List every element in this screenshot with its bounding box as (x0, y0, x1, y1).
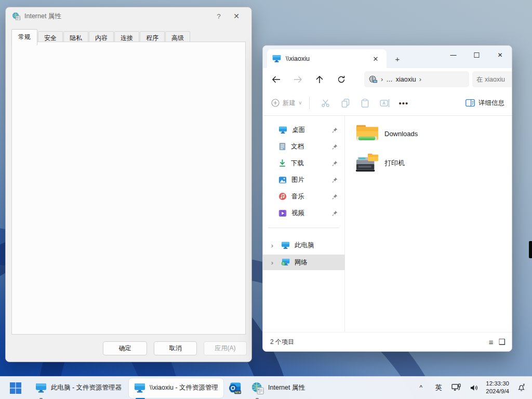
breadcrumb[interactable]: › … xiaoxiu › (364, 71, 469, 87)
rename-button[interactable] (375, 95, 395, 111)
tray-date: 2024/9/4 (486, 388, 509, 395)
back-button[interactable] (267, 72, 285, 87)
desktop-icon (278, 126, 287, 134)
notification-bell-icon[interactable] (514, 380, 528, 395)
cut-button[interactable] (316, 95, 336, 111)
taskbar-button-explorer-thispc[interactable]: 此电脑 - 文件资源管理器 (30, 378, 127, 398)
tab-page-general (11, 42, 246, 335)
forward-button[interactable] (289, 72, 307, 87)
file-item-downloads[interactable]: Downloads (355, 123, 418, 144)
system-tray: ^ 英 12:33:30 2024/9/4 (414, 376, 528, 399)
file-list: Downloads 打印机 (346, 116, 512, 332)
taskbar-button-label: Internet 属性 (268, 383, 305, 392)
sidebar-item-label: 网络 (295, 258, 308, 267)
sidebar-item-this-pc[interactable]: › 此电脑 (265, 237, 343, 253)
breadcrumb-host[interactable]: xiaoxiu (396, 76, 416, 83)
dialog-footer: 确定 取消 应用(A) (6, 335, 251, 362)
sidebar-item-music[interactable]: 音乐 (265, 189, 343, 204)
toolbar-divider (309, 97, 310, 109)
computer-icon (272, 55, 281, 63)
up-button[interactable] (311, 72, 328, 87)
explorer-window: \\xiaoxiu ✕ + — ☐ ✕ (262, 45, 512, 352)
network-location-icon (368, 75, 378, 84)
breadcrumb-chevron-icon[interactable]: › (381, 75, 383, 83)
new-tab-button[interactable]: + (392, 53, 403, 64)
dialog-titlebar[interactable]: Internet 属性 ? ✕ (6, 7, 251, 25)
navigation-pane: 桌面 文档 下载 图片 (263, 116, 345, 332)
large-icons-view-icon[interactable]: ❑ (499, 337, 506, 347)
network-tray-icon[interactable] (449, 380, 463, 395)
sidebar-item-label: 下载 (291, 159, 304, 168)
tab-general[interactable]: 常规 (11, 29, 37, 45)
explorer-tab-title: \\xiaoxiu (286, 55, 365, 62)
taskbar-button-internet-properties[interactable]: Internet 属性 (246, 378, 310, 398)
pin-icon[interactable] (332, 210, 338, 216)
dialog-close-button[interactable]: ✕ (228, 9, 245, 23)
tab-close-icon[interactable]: ✕ (370, 53, 381, 64)
ok-button[interactable]: 确定 (103, 341, 147, 355)
refresh-button[interactable] (332, 72, 350, 87)
details-pane-toggle[interactable]: 详细信息 (466, 99, 504, 108)
item-count: 2 个项目 (270, 338, 294, 347)
pin-icon[interactable] (332, 177, 338, 183)
sidebar-item-videos[interactable]: 视频 (265, 205, 343, 221)
explorer-tab-bar: \\xiaoxiu ✕ + — ☐ ✕ (263, 46, 512, 68)
explorer-tab[interactable]: \\xiaoxiu ✕ (267, 49, 387, 68)
tray-time: 12:33:30 (486, 380, 509, 388)
documents-icon (278, 142, 286, 151)
svg-text:O: O (231, 384, 235, 391)
file-item-printer[interactable]: 打印机 (355, 152, 405, 174)
ime-indicator[interactable]: 英 (432, 380, 445, 395)
breadcrumb-ellipsis[interactable]: … (386, 76, 393, 83)
sidebar-item-label: 文档 (291, 142, 304, 151)
videos-icon (278, 209, 287, 217)
sidebar-item-desktop[interactable]: 桌面 (265, 122, 343, 138)
tree-expand-chevron-icon[interactable]: › (268, 259, 276, 267)
sidebar-item-label: 视频 (291, 209, 304, 218)
new-button[interactable]: 新建 ˅ (271, 99, 302, 108)
chevron-down-icon: ˅ (299, 100, 302, 106)
explorer-toolbar: 新建 ˅ ••• (263, 90, 512, 116)
hidden-icons-chevron[interactable]: ^ (414, 380, 428, 395)
start-button[interactable] (4, 379, 27, 397)
internet-properties-dialog: Internet 属性 ? ✕ 常规 安全 隐私 内容 连接 程序 高级 主页 … (5, 7, 252, 362)
printer-folder-icon (355, 152, 379, 174)
cancel-button[interactable]: 取消 (154, 341, 197, 355)
window-maximize-button[interactable]: ☐ (465, 46, 488, 64)
sidebar-item-label: 图片 (291, 176, 304, 184)
window-minimize-button[interactable]: — (442, 46, 465, 64)
new-button-label: 新建 (283, 99, 296, 108)
sidebar-item-downloads[interactable]: 下载 (265, 155, 343, 171)
dialog-help-button[interactable]: ? (210, 9, 228, 23)
windows-logo-icon (9, 382, 22, 394)
list-view-icon[interactable]: ≡ (489, 338, 494, 347)
search-input[interactable] (476, 76, 508, 83)
volume-tray-icon[interactable] (467, 380, 481, 395)
sidebar-item-documents[interactable]: 文档 (265, 139, 343, 154)
taskbar-button-explorer-xiaoxiu[interactable]: \\xiaoxiu - 文件资源管理 (129, 378, 223, 398)
pin-icon[interactable] (332, 127, 338, 133)
pin-icon[interactable] (332, 144, 338, 150)
apply-button[interactable]: 应用(A) (204, 341, 247, 355)
sidebar-item-label: 音乐 (291, 192, 304, 201)
outlook-icon: O NEW (228, 381, 242, 395)
window-close-button[interactable]: ✕ (488, 46, 512, 64)
pointer-artifact (529, 241, 532, 258)
search-box[interactable] (472, 71, 512, 87)
internet-properties-icon (251, 382, 264, 394)
pin-icon[interactable] (332, 194, 338, 200)
sidebar-item-pictures[interactable]: 图片 (265, 172, 343, 188)
sidebar-item-label: 此电脑 (295, 241, 314, 250)
explorer-body: 桌面 文档 下载 图片 (263, 116, 512, 332)
downloads-icon (278, 159, 286, 167)
sidebar-item-network[interactable]: › 网络 (263, 255, 345, 270)
breadcrumb-chevron-icon[interactable]: › (419, 75, 421, 83)
copy-button[interactable] (336, 95, 355, 111)
tree-expand-chevron-icon[interactable]: › (268, 242, 276, 249)
sidebar-divider (268, 228, 339, 228)
paste-button[interactable] (355, 95, 375, 111)
clock[interactable]: 12:33:30 2024/9/4 (485, 380, 510, 395)
more-options-button[interactable]: ••• (395, 95, 413, 111)
taskbar-button-outlook[interactable]: O NEW (224, 379, 245, 397)
pin-icon[interactable] (332, 161, 338, 166)
